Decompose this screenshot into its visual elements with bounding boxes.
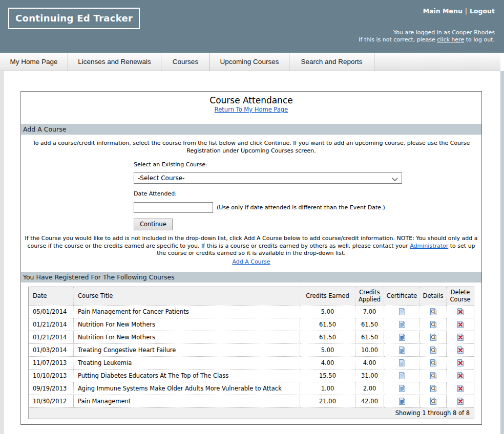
delete-course-icon[interactable] <box>456 308 465 316</box>
certificate-icon[interactable] <box>398 372 406 380</box>
right-edge-strip <box>500 71 504 434</box>
details-icon[interactable] <box>429 308 437 316</box>
certificate-cell <box>384 395 420 407</box>
credits-earned-cell: 15.50 <box>300 369 355 382</box>
credits-applied-cell: 61.50 <box>355 331 384 343</box>
date-cell: 01/03/2014 <box>29 343 74 356</box>
table-row: 01/03/2014 Treating Congestive Heart Fai… <box>29 343 474 356</box>
certificate-cell <box>384 331 420 343</box>
administrator-link[interactable]: Administrator <box>410 243 448 249</box>
certificate-icon[interactable] <box>398 384 406 393</box>
col-course-title: Course Title <box>74 287 300 305</box>
table-row: 01/21/2014 Nutrition For New Mothers 61.… <box>29 318 474 331</box>
date-attended-hint: (Use only if date attended is different … <box>217 204 385 211</box>
course-title-cell: Treating Leukemia <box>74 356 300 369</box>
details-cell <box>420 331 447 343</box>
showing-count-text: Showing 1 through 8 of 8 <box>29 407 474 419</box>
date-attended-label: Date Attended: <box>134 190 481 197</box>
date-attended-input[interactable] <box>134 202 213 213</box>
login-correct-pre: If this is not correct, please <box>359 36 435 43</box>
click-here-logout-link[interactable]: click here <box>437 36 464 43</box>
date-cell: 01/21/2014 <box>29 318 74 331</box>
certificate-icon[interactable] <box>398 359 406 367</box>
course-title-cell: Putting Diabetes Educators At The Top of… <box>74 369 300 382</box>
credits-earned-cell: 1.00 <box>300 382 355 395</box>
course-title-cell: Pain Management for Cancer Patients <box>74 305 300 318</box>
certificate-cell <box>384 382 420 395</box>
certificate-icon[interactable] <box>398 308 406 316</box>
certificate-cell <box>384 356 420 369</box>
date-cell: 10/30/2012 <box>29 395 74 407</box>
certificate-icon[interactable] <box>398 346 406 354</box>
col-credits-applied: Credits Applied <box>355 287 384 305</box>
chevron-down-icon <box>392 173 398 183</box>
table-row: 10/10/2013 Putting Diabetes Educators At… <box>29 369 474 382</box>
certificate-icon[interactable] <box>398 320 406 329</box>
details-icon[interactable] <box>429 384 437 393</box>
details-cell <box>420 305 447 318</box>
main-menu-link[interactable]: Main Menu <box>423 7 463 15</box>
delete-cell <box>447 382 474 395</box>
certificate-icon[interactable] <box>398 397 406 405</box>
credits-applied-cell: 4.00 <box>355 356 384 369</box>
course-select[interactable]: -Select Course- <box>134 172 402 184</box>
delete-course-icon[interactable] <box>456 359 465 367</box>
date-cell: 11/07/2013 <box>29 356 74 369</box>
logout-link[interactable]: Logout <box>470 7 495 15</box>
tab-search-reports[interactable]: Search and Reports <box>289 53 374 71</box>
courses-tbody: 05/01/2014 Pain Management for Cancer Pa… <box>29 305 474 407</box>
details-cell <box>420 356 447 369</box>
delete-course-icon[interactable] <box>456 346 465 354</box>
details-icon[interactable] <box>429 372 437 380</box>
details-icon[interactable] <box>429 346 437 354</box>
credits-earned-cell: 61.50 <box>300 331 355 343</box>
col-date: Date <box>29 287 74 305</box>
delete-course-icon[interactable] <box>456 397 465 405</box>
details-cell <box>420 382 447 395</box>
tab-licenses-renewals[interactable]: Licenses and Renewals <box>68 53 161 71</box>
app-header: Continuing Ed Tracker Main Menu|Logout Y… <box>0 0 504 53</box>
credits-earned-cell: 61.50 <box>300 318 355 331</box>
col-delete-course: Delete Course <box>447 287 474 305</box>
table-row: 10/30/2012 Pain Management 21.00 42.00 <box>29 395 474 407</box>
delete-course-icon[interactable] <box>456 333 465 341</box>
col-details: Details <box>420 287 447 305</box>
details-cell <box>420 369 447 382</box>
credits-earned-cell: 4.00 <box>300 356 355 369</box>
tab-courses[interactable]: Courses <box>161 53 210 71</box>
login-status: You are logged in as Cooper Rhodes If th… <box>359 29 495 44</box>
certificate-cell <box>384 305 420 318</box>
delete-course-icon[interactable] <box>456 320 465 329</box>
login-correct-post: to log out. <box>466 36 495 43</box>
details-cell <box>420 343 447 356</box>
details-icon[interactable] <box>429 359 437 367</box>
tab-my-home-page[interactable]: My Home Page <box>0 53 68 71</box>
certificate-cell <box>384 318 420 331</box>
delete-course-icon[interactable] <box>456 384 465 393</box>
course-select-value: -Select Course- <box>138 175 184 182</box>
details-icon[interactable] <box>429 320 437 329</box>
details-icon[interactable] <box>429 397 437 405</box>
table-row: 11/07/2013 Treating Leukemia 4.00 4.00 <box>29 356 474 369</box>
add-course-note: If the Course you would like to add is n… <box>23 235 480 257</box>
delete-cell <box>447 318 474 331</box>
date-cell: 05/01/2014 <box>29 305 74 318</box>
details-icon[interactable] <box>429 333 437 341</box>
add-course-form: Select an Existing Course: -Select Cours… <box>134 161 481 230</box>
delete-course-icon[interactable] <box>456 372 465 380</box>
credits-earned-cell: 21.00 <box>300 395 355 407</box>
date-cell: 09/19/2013 <box>29 382 74 395</box>
add-a-course-link[interactable]: Add A Course <box>232 258 270 265</box>
certificate-cell <box>384 369 420 382</box>
continue-button[interactable]: Continue <box>134 219 173 230</box>
certificate-cell <box>384 343 420 356</box>
return-home-link[interactable]: Return To My Home Page <box>215 106 288 113</box>
table-row: 01/21/2014 Nutrition For New Mothers 61.… <box>29 331 474 343</box>
tab-upcoming-courses[interactable]: Upcoming Courses <box>210 53 289 71</box>
credits-applied-cell: 10.00 <box>355 343 384 356</box>
nav-tabs-bar: My Home Page Licenses and Renewals Cours… <box>0 53 500 71</box>
table-row: 09/19/2013 Aging Immune Systems Make Old… <box>29 382 474 395</box>
certificate-icon[interactable] <box>398 333 406 341</box>
col-credits-earned: Credits Earned <box>300 287 355 305</box>
delete-cell <box>447 356 474 369</box>
